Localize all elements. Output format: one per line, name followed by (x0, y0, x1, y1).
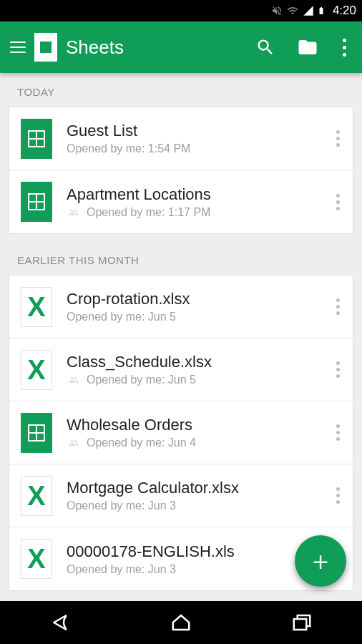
item-overflow-button[interactable] (328, 122, 348, 155)
item-subtitle: Opened by me: Jun 5 (67, 374, 328, 386)
item-overflow-button[interactable] (328, 185, 348, 219)
item-subtitle: Opened by me: Jun 3 (67, 499, 328, 512)
item-text: Apartment LocationsOpened by me: 1:17 PM (67, 185, 328, 219)
list-item[interactable]: Wholesale OrdersOpened by me: Jun 4 (9, 401, 353, 464)
shared-icon (67, 375, 81, 385)
plus-icon: ＋ (308, 548, 333, 574)
item-title: 00000178-ENGLISH.xls (67, 542, 328, 561)
item-overflow-button[interactable] (328, 479, 348, 512)
item-overflow-button[interactable] (328, 290, 348, 323)
svg-rect-0 (293, 619, 306, 630)
mute-icon (271, 5, 283, 16)
item-subtitle: Opened by me: Jun 3 (67, 563, 328, 576)
list-item[interactable]: XCrop-rotation.xlsxOpened by me: Jun 5 (9, 275, 353, 338)
item-title: Mortgage Calculator.xlsx (67, 479, 328, 497)
app-title: Sheets (66, 36, 255, 59)
search-button[interactable] (255, 37, 275, 57)
item-title: Guest List (67, 122, 328, 140)
item-title: Crop-rotation.xlsx (67, 290, 328, 308)
system-nav-bar (0, 601, 362, 644)
status-time: 4:20 (333, 4, 356, 18)
status-bar: 4:20 (0, 0, 362, 21)
list-item[interactable]: Guest ListOpened by me: 1:54 PM (9, 107, 353, 170)
recents-button[interactable] (290, 612, 314, 633)
excel-file-icon: X (21, 287, 52, 327)
sheets-logo-icon (34, 33, 57, 62)
battery-icon (317, 4, 326, 17)
item-text: Guest ListOpened by me: 1:54 PM (67, 122, 328, 155)
item-text: Crop-rotation.xlsxOpened by me: Jun 5 (67, 290, 328, 323)
item-text: Mortgage Calculator.xlsxOpened by me: Ju… (67, 479, 328, 512)
item-overflow-button[interactable] (328, 416, 348, 449)
wifi-icon (285, 5, 300, 16)
sheets-file-icon (21, 119, 52, 159)
item-subtitle: Opened by me: 1:17 PM (67, 206, 328, 219)
back-button[interactable] (48, 612, 72, 633)
item-text: 00000178-ENGLISH.xlsOpened by me: Jun 3 (67, 542, 328, 576)
item-text: Wholesale OrdersOpened by me: Jun 4 (67, 416, 328, 449)
item-subtitle: Opened by me: 1:54 PM (67, 142, 328, 155)
app-bar: Sheets (0, 21, 362, 73)
section-header: EARLIER THIS MONTH (0, 241, 362, 275)
list-item[interactable]: Apartment LocationsOpened by me: 1:17 PM (9, 170, 353, 233)
home-button[interactable] (169, 612, 193, 633)
section-header: TODAY (0, 73, 362, 107)
item-text: Class_Schedule.xlsxOpened by me: Jun 5 (67, 353, 328, 386)
create-fab[interactable]: ＋ (295, 535, 346, 587)
shared-icon (67, 438, 81, 448)
item-overflow-button[interactable] (328, 353, 348, 386)
menu-button[interactable] (10, 42, 26, 53)
list-item[interactable]: XMortgage Calculator.xlsxOpened by me: J… (9, 464, 353, 527)
file-group: Guest ListOpened by me: 1:54 PMApartment… (9, 107, 353, 234)
sheets-file-icon (21, 413, 52, 453)
sheets-file-icon (21, 182, 52, 222)
excel-file-icon: X (21, 539, 52, 579)
signal-icon (303, 5, 314, 16)
folder-button[interactable] (297, 36, 318, 58)
item-subtitle: Opened by me: Jun 4 (67, 436, 328, 449)
excel-file-icon: X (21, 476, 52, 516)
item-title: Apartment Locations (67, 185, 328, 204)
item-title: Class_Schedule.xlsx (67, 353, 328, 371)
excel-file-icon: X (21, 350, 52, 390)
overflow-menu-button[interactable] (340, 36, 349, 59)
item-subtitle: Opened by me: Jun 5 (67, 311, 328, 323)
list-item[interactable]: XClass_Schedule.xlsxOpened by me: Jun 5 (9, 338, 353, 401)
shared-icon (67, 208, 81, 218)
item-title: Wholesale Orders (67, 416, 328, 434)
